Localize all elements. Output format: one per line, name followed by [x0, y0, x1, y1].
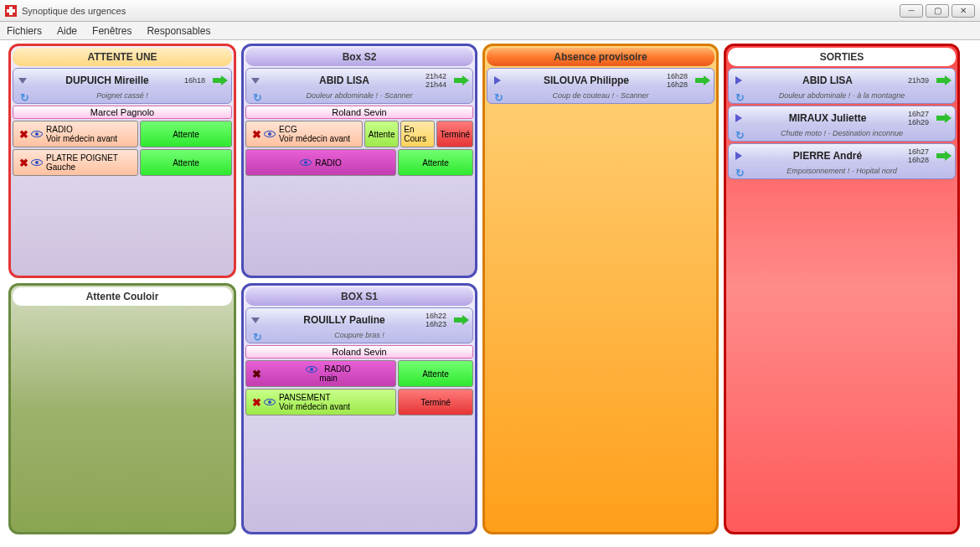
patient-diagnosis: Douleur abdominale ! - Scanner: [306, 91, 412, 100]
patient-card-abid[interactable]: ABID LISA 21h42 21h44 Douleur abdominale…: [245, 68, 473, 104]
patient-card-rouilly[interactable]: ROUILLY Pauline 16h22 16h23 Coupure bras…: [245, 307, 473, 343]
patient-name: ABID LISA: [750, 75, 905, 86]
expand-icon[interactable]: [18, 78, 27, 84]
patient-diagnosis: Coup de couteau ! - Scanner: [552, 91, 648, 100]
go-arrow-icon[interactable]: [454, 75, 469, 85]
go-arrow-icon[interactable]: [454, 315, 469, 325]
menu-fenetres[interactable]: Fenêtres: [92, 25, 132, 37]
play-icon[interactable]: [735, 76, 742, 85]
menu-responsables[interactable]: Responsables: [147, 25, 210, 37]
maximize-button[interactable]: ▢: [926, 4, 949, 18]
window-titlebar: Synoptique des urgences ─ ▢ ✕: [0, 0, 980, 22]
task-note: Voir médecin avant: [279, 134, 350, 143]
recycle-icon[interactable]: [734, 91, 745, 101]
task-note: Gauche: [46, 163, 75, 172]
patient-card-dupuich[interactable]: DUPUICH Mireille 16h18 Poignet cassé !: [13, 68, 232, 104]
main-canvas: ATTENTE UNE DUPUICH Mireille 16h18 Poign…: [0, 40, 980, 547]
patient-card-silouva[interactable]: SILOUVA Philippe 16h28 16h28 Coup de cou…: [487, 68, 714, 104]
eye-icon: [264, 131, 276, 137]
patient-card-abid-sortie[interactable]: ABID LISA 21h39 Douleur abdominale ! - à…: [728, 68, 956, 104]
expand-icon[interactable]: [251, 78, 260, 84]
time-update: 16h23: [426, 320, 446, 328]
minimize-button[interactable]: ─: [900, 4, 923, 18]
patient-diagnosis: Poignet cassé !: [96, 91, 148, 100]
recycle-icon[interactable]: [18, 91, 30, 101]
go-arrow-icon[interactable]: [936, 151, 952, 161]
task-title: RADIO: [315, 158, 342, 168]
task-status-encours[interactable]: En Cours: [400, 121, 435, 147]
zone-header: Attente Couloir: [13, 287, 232, 306]
task-radio[interactable]: RADIO: [245, 149, 396, 176]
eye-icon: [31, 159, 43, 166]
patient-name: SILOUVA Philippe: [509, 75, 663, 86]
zone-absence-provisoire: Absence provisoire SILOUVA Philippe 16h2…: [482, 44, 719, 534]
zone-header: Absence provisoire: [487, 48, 714, 66]
delete-task-icon[interactable]: ✖: [249, 128, 264, 141]
time-in: 16h27: [908, 110, 929, 118]
task-radio[interactable]: ✖ RADIO Voir médecin avant: [13, 121, 138, 147]
patient-name: DUPUICH Mireille: [34, 75, 181, 86]
recycle-icon[interactable]: [734, 167, 745, 177]
task-status-termine[interactable]: Terminé: [436, 121, 473, 147]
delete-task-icon[interactable]: ✖: [249, 396, 264, 409]
delete-task-icon[interactable]: ✖: [249, 368, 264, 380]
zone-box-s1: BOX S1 ROUILLY Pauline 16h22 16h23 Coupu…: [241, 283, 477, 534]
task-status-attente[interactable]: Attente: [364, 121, 399, 147]
nurse-name: Roland Sevin: [245, 106, 473, 119]
zone-box-s2: Box S2 ABID LISA 21h42 21h44 Douleur abd…: [241, 44, 477, 278]
app-icon: [5, 5, 17, 17]
recycle-icon[interactable]: [734, 129, 745, 139]
task-status-attente[interactable]: Attente: [398, 360, 473, 387]
task-ecg[interactable]: ✖ ECG Voir médecin avant: [245, 121, 363, 147]
task-title: ECG: [279, 125, 297, 134]
nurse-name: Roland Sevin: [245, 345, 473, 359]
task-radio[interactable]: ✖ RADIO main: [245, 360, 396, 387]
zone-attente-couloir: Attente Couloir: [8, 283, 236, 534]
task-status-termine[interactable]: Terminé: [398, 389, 473, 415]
menu-aide[interactable]: Aide: [57, 25, 77, 37]
recycle-icon[interactable]: [251, 331, 263, 341]
task-status-attente[interactable]: Attente: [140, 149, 232, 176]
recycle-icon[interactable]: [493, 91, 504, 101]
recycle-icon[interactable]: [251, 91, 263, 101]
delete-task-icon[interactable]: ✖: [16, 128, 31, 141]
patient-diagnosis: Coupure bras !: [334, 331, 384, 339]
eye-icon: [264, 399, 276, 405]
time-in: 16h18: [184, 76, 205, 85]
go-arrow-icon[interactable]: [936, 75, 952, 85]
eye-icon: [31, 131, 43, 137]
time-in: 16h22: [426, 312, 446, 320]
go-arrow-icon[interactable]: [936, 113, 952, 123]
task-platre[interactable]: ✖ PLATRE POIGNET Gauche: [13, 149, 138, 176]
patient-card-miraux[interactable]: MIRAUX Juliette 16h27 16h29 Chutte moto …: [728, 106, 956, 142]
task-title: RADIO: [324, 364, 351, 374]
task-pansement[interactable]: ✖ PANSEMENT Voir médecin avant: [245, 389, 396, 415]
task-note: Voir médecin avant: [46, 134, 117, 143]
zone-header: Box S2: [245, 48, 473, 66]
time-in: 21h42: [426, 72, 446, 80]
play-icon[interactable]: [735, 152, 742, 160]
task-status-attente[interactable]: Attente: [140, 121, 232, 147]
zone-header: BOX S1: [245, 287, 473, 306]
play-icon[interactable]: [494, 76, 501, 85]
go-arrow-icon[interactable]: [213, 75, 228, 85]
close-button[interactable]: ✕: [952, 4, 975, 18]
patient-card-pierre[interactable]: PIERRE André 16h27 16h28 Empoisonnement …: [728, 143, 956, 179]
menu-fichiers[interactable]: Fichiers: [7, 25, 42, 37]
go-arrow-icon[interactable]: [695, 75, 710, 85]
zone-header: ATTENTE UNE: [13, 48, 232, 66]
time-in: 16h28: [667, 72, 688, 80]
zone-header: SORTIES: [728, 48, 956, 66]
zone-attente-une: ATTENTE UNE DUPUICH Mireille 16h18 Poign…: [8, 44, 236, 278]
delete-task-icon[interactable]: ✖: [16, 157, 31, 169]
play-icon[interactable]: [735, 114, 742, 122]
time-update: 16h28: [908, 156, 929, 164]
task-status-attente[interactable]: Attente: [398, 149, 473, 176]
eye-icon: [306, 366, 317, 373]
patient-diagnosis: Chutte moto ! - Destination inconnue: [781, 129, 903, 137]
expand-icon[interactable]: [251, 317, 260, 323]
patient-name: ROUILLY Pauline: [266, 314, 422, 326]
task-note: main: [319, 374, 338, 383]
patient-diagnosis: Empoisonnement ! - Hopital nord: [787, 167, 897, 175]
task-title: PLATRE POIGNET: [46, 153, 118, 163]
